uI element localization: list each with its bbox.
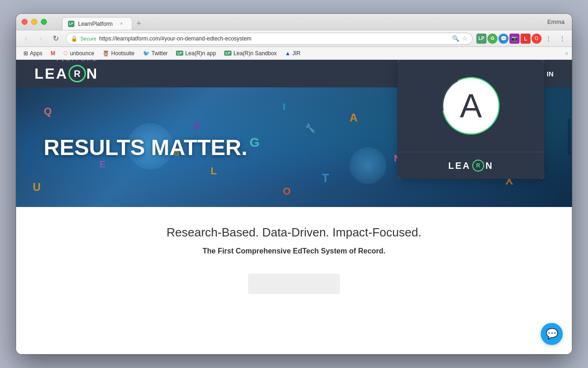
scatter-l: L [211,165,217,177]
browser-tab[interactable]: LP LearnPlatform × [62,17,132,30]
popup-logo: LEA R N [448,160,493,172]
chat-icon: 💬 [546,328,558,340]
user-name-label: Emma [547,18,565,25]
content-section: Research-Based. Data-Driven. Impact-Focu… [16,207,572,354]
extension-icon-2[interactable]: ♻ [487,34,498,44]
tab-close-button[interactable]: × [118,21,124,27]
tagline-text: Research-Based. Data-Driven. Impact-Focu… [167,225,422,240]
jira-icon: ▲ [285,50,290,57]
scatter-9: 9 [194,121,199,132]
popup-header: A [397,60,544,152]
close-window-button[interactable] [22,19,28,25]
scatter-a: A [350,111,357,124]
extension-popup: LearnPlatform for Students A [397,60,544,179]
extension-icons: LP ♻ 💬 📷 L O ⋮ [476,33,554,45]
popup-avatar-container: A [443,78,498,133]
scatter-i: I [283,102,286,112]
page-content: PLATFORM LEA R N About SIGN IN Q G [16,60,572,354]
scatter-o: O [283,185,291,197]
browser-toolbar: ‹ › ↻ 🔒 Secure https://learnplatform.com… [16,30,572,47]
site-logo: PLATFORM LEA R N [34,65,98,82]
secure-label: Secure [80,36,96,41]
bookmark-twitter-label: Twitter [152,50,168,57]
scatter-t: T [322,171,329,185]
bookmark-jira[interactable]: ▲ JIR [281,49,304,58]
gmail-icon: M [51,50,55,57]
bookmark-unbounce[interactable]: ⬡ unbounce [60,49,98,58]
bookmark-star-icon[interactable]: ☆ [462,35,468,42]
extension-icon-4[interactable]: 📷 [509,34,520,44]
new-tab-button[interactable]: + [132,17,145,30]
bookmark-twitter[interactable]: 🐦 Twitter [139,49,171,58]
bookmark-learnapp-label: Lea(R)n app [185,50,216,57]
popup-footer: LEA R N [397,152,544,179]
popup-logo-suffix: N [486,161,493,171]
lock-icon: 🔒 [71,35,78,42]
bookmark-hootsuite[interactable]: 🦉 Hootsuite [99,49,138,58]
tab-title: LearnPlatform [78,21,113,27]
logo-circle-r: R [68,65,86,82]
bookmark-hootsuite-label: Hootsuite [111,50,135,57]
scatter-g: G [249,135,260,150]
more-tools-button[interactable]: ⋮ [543,33,554,45]
fullscreen-window-button[interactable] [41,19,47,25]
subtitle-text: The First Comprehensive EdTech System of… [203,247,385,255]
forward-button[interactable]: › [34,32,47,45]
bookmark-gmail[interactable]: M [47,49,59,58]
tab-bar: LP LearnPlatform × + [62,14,145,30]
title-bar: LP LearnPlatform × + Emma [16,14,572,30]
cta-button-placeholder[interactable] [248,274,340,294]
bookmark-unbounce-label: unbounce [70,50,94,57]
scatter-e: E [100,159,106,170]
bookmark-learnsandbox[interactable]: LP Lea(R)n Sandbox [220,49,280,58]
unbounce-icon: ⬡ [63,50,68,56]
scrollbar-thumb[interactable] [568,119,571,155]
search-icon: 🔍 [452,35,459,42]
bookmarks-bar: ⊞ Apps M ⬡ unbounce 🦉 Hootsuite 🐦 Twitte… [16,47,572,60]
scatter-u: U [33,181,40,194]
popup-logo-prefix: LEA [448,161,471,171]
address-bar[interactable]: 🔒 Secure https://learnplatform.com/#your… [66,33,473,45]
menu-button[interactable]: ⋮ [556,33,568,45]
logo-suffix: N [86,65,98,82]
bookmark-jira-label: JIR [292,50,300,57]
scatter-q: Q [44,105,52,117]
hootsuite-icon: 🦉 [102,50,109,57]
bookmark-learnsandbox-label: Lea(R)n Sandbox [233,50,277,57]
extension-icon-6[interactable]: O [531,34,542,44]
popup-avatar-circle: A [443,78,498,133]
extension-icon-3[interactable]: 💬 [498,34,509,44]
chat-button[interactable]: 💬 [541,323,563,345]
popup-logo-circle: R [472,160,484,172]
traffic-lights [22,19,47,25]
bookmarks-overflow[interactable]: » [565,50,568,57]
popup-avatar-letter: A [460,89,482,122]
browser-window: LP LearnPlatform × + Emma ‹ › ↻ 🔒 Secure… [16,14,572,354]
address-url: https://learnplatform.com/#your-on-deman… [99,35,449,42]
twitter-bird-icon: 🐦 [143,50,150,57]
bookmark-apps-label: Apps [30,50,42,57]
refresh-button[interactable]: ↻ [49,32,62,45]
back-button[interactable]: ‹ [20,32,33,45]
learnsandbox-icon: LP [224,51,232,56]
scatter-deco-1: 🔧 [305,123,315,133]
extension-icon-1[interactable]: LP [476,34,486,44]
scrollbar[interactable] [567,60,571,354]
hero-title: RESULTS MATTER. [44,135,248,160]
tab-favicon-icon: LP [68,21,74,27]
apps-grid-icon: ⊞ [23,50,28,57]
extension-icon-5[interactable]: L [520,34,531,44]
minimize-window-button[interactable] [31,19,37,25]
learnapp-icon: LP [176,51,183,56]
glow-spot-2 [350,147,386,184]
bookmark-apps[interactable]: ⊞ Apps [20,49,46,58]
logo-platform-label: PLATFORM [57,60,98,62]
bookmark-learnapp[interactable]: LP Lea(R)n app [172,49,220,58]
logo-prefix: LEA [34,65,68,82]
